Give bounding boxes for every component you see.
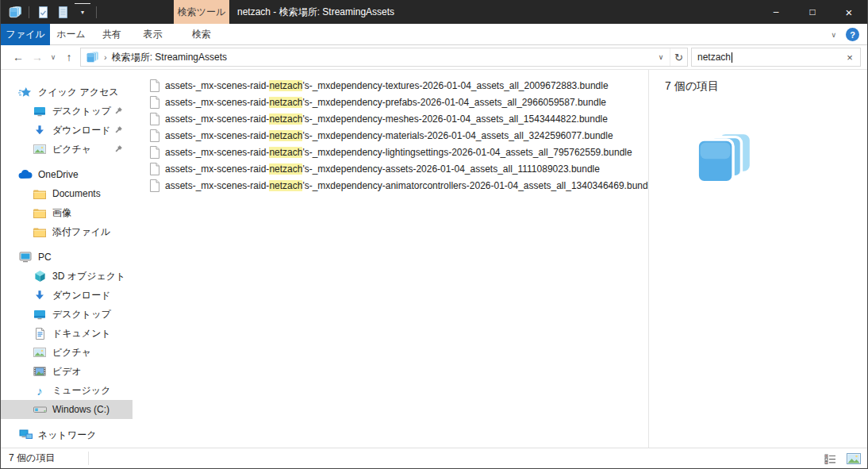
sidebar-item-drive[interactable]: Windows (C:)	[1, 400, 133, 419]
network-icon	[18, 429, 33, 440]
sidebar-item-label: ビデオ	[52, 365, 82, 379]
sidebar-item-quick-access[interactable]: クイック アクセス	[1, 83, 133, 102]
address-dropdown-icon[interactable]: ∨	[652, 48, 670, 66]
search-match-highlight: netzach	[269, 130, 302, 141]
sidebar-item-label: ピクチャ	[52, 143, 91, 156]
sidebar-item-folder[interactable]: 添付ファイル	[1, 222, 133, 241]
sidebar-item-music[interactable]: ♪ミュージック	[1, 381, 133, 400]
help-icon[interactable]: ?	[846, 28, 859, 41]
minimize-button[interactable]: –	[758, 0, 794, 24]
search-match-highlight: netzach	[269, 113, 302, 125]
tab-search[interactable]: 検索	[174, 24, 229, 45]
documents-icon	[33, 328, 47, 340]
tab-view[interactable]: 表示	[132, 24, 174, 45]
file-row[interactable]: assets-_mx-scenes-raid-netzach's-_mxdepe…	[149, 77, 648, 94]
sidebar-item-label: ドキュメント	[52, 327, 111, 340]
search-match-highlight: netzach	[269, 163, 302, 175]
pin-icon	[114, 144, 123, 156]
search-input[interactable]: netzach ×	[691, 48, 861, 67]
thumbnail-view-icon[interactable]	[845, 450, 862, 467]
file-name-suffix: 's-_mxdependency-lightingsettings-2026-0…	[302, 147, 632, 158]
sidebar-item-label: PC	[38, 252, 52, 263]
file-row[interactable]: assets-_mx-scenes-raid-netzach's-_mxdepe…	[149, 177, 648, 194]
details-item-count: 7 個の項目	[665, 79, 867, 94]
file-name-prefix: assets-_mx-scenes-raid-	[165, 97, 269, 108]
sidebar-item-label: Documents	[52, 188, 101, 199]
back-icon[interactable]: ←	[9, 48, 28, 67]
sidebar-item-folder[interactable]: Documents	[1, 184, 133, 203]
tab-share[interactable]: 共有	[92, 24, 132, 45]
file-name-prefix: assets-_mx-scenes-raid-	[165, 147, 269, 158]
sidebar-item-downloads[interactable]: ダウンロード	[1, 121, 133, 140]
sidebar-item-folder[interactable]: 画像	[1, 203, 133, 222]
refresh-icon[interactable]: ↻	[670, 48, 687, 66]
sidebar-item-pc[interactable]: PC	[1, 248, 133, 267]
file-name-prefix: assets-_mx-scenes-raid-	[165, 130, 269, 141]
file-icon	[149, 163, 159, 175]
tab-home[interactable]: ホーム	[50, 24, 92, 45]
pc-icon	[18, 252, 33, 263]
breadcrumb[interactable]: 検索場所: StreamingAssets	[112, 51, 227, 64]
clear-search-icon[interactable]: ×	[843, 48, 856, 66]
sidebar-item-label: OneDrive	[38, 169, 79, 180]
ribbon-collapse-icon[interactable]: ∨	[831, 31, 836, 39]
breadcrumb-chevron-icon[interactable]: ›	[104, 52, 107, 62]
new-folder-button[interactable]	[55, 3, 71, 21]
sidebar-item-objects-3d[interactable]: 3D オブジェクト	[1, 267, 133, 286]
file-row[interactable]: assets-_mx-scenes-raid-netzach's-_mxdepe…	[149, 94, 648, 110]
file-icon	[149, 79, 159, 92]
sidebar-item-downloads[interactable]: ダウンロード	[1, 286, 133, 305]
tab-file[interactable]: ファイル	[1, 24, 50, 45]
sidebar-item-label: デスクトップ	[52, 308, 111, 321]
customize-toolbar-dropdown[interactable]: ▾	[75, 3, 90, 21]
sidebar-item-videos[interactable]: ビデオ	[1, 362, 133, 381]
sidebar: クイック アクセスデスクトップダウンロードピクチャOneDriveDocumen…	[1, 70, 133, 448]
file-name-prefix: assets-_mx-scenes-raid-	[165, 80, 269, 91]
properties-button[interactable]	[35, 3, 51, 21]
file-row[interactable]: assets-_mx-scenes-raid-netzach's-_mxdepe…	[149, 127, 648, 144]
sidebar-item-pictures[interactable]: ピクチャ	[1, 140, 133, 159]
file-name-suffix: 's-_mxdependency-prefabs-2026-01-04_asse…	[302, 97, 606, 108]
sidebar-item-label: クイック アクセス	[38, 86, 119, 99]
maximize-button[interactable]: □	[794, 0, 831, 24]
file-icon	[149, 129, 159, 142]
pin-icon	[114, 106, 123, 117]
search-results-large-icon	[693, 130, 754, 190]
sidebar-item-label: デスクトップ	[52, 105, 111, 118]
sidebar-item-onedrive[interactable]: OneDrive	[1, 165, 133, 184]
sidebar-item-pictures[interactable]: ピクチャ	[1, 343, 133, 362]
desktop-icon	[33, 309, 47, 320]
file-list: assets-_mx-scenes-raid-netzach's-_mxdepe…	[133, 70, 648, 448]
file-name-prefix: assets-_mx-scenes-raid-	[165, 113, 269, 125]
up-icon[interactable]: ↑	[60, 48, 79, 67]
search-match-highlight: netzach	[269, 147, 302, 158]
sidebar-item-label: ピクチャ	[52, 346, 91, 359]
sidebar-item-label: 画像	[52, 206, 71, 220]
file-name-suffix: 's-_mxdependency-materials-2026-01-04_as…	[302, 130, 613, 141]
file-row[interactable]: assets-_mx-scenes-raid-netzach's-_mxdepe…	[149, 110, 648, 127]
location-icon	[86, 51, 99, 64]
file-row[interactable]: assets-_mx-scenes-raid-netzach's-_mxdepe…	[149, 144, 648, 160]
sidebar-item-documents[interactable]: ドキュメント	[1, 324, 133, 343]
file-row[interactable]: assets-_mx-scenes-raid-netzach's-_mxdepe…	[149, 160, 648, 177]
details-view-icon[interactable]	[821, 450, 839, 467]
status-separator	[88, 452, 89, 465]
address-bar[interactable]: › 検索場所: StreamingAssets ∨ ↻	[80, 48, 688, 67]
file-name-suffix: 's-_mxdependency-textures-2026-01-04_ass…	[302, 80, 608, 91]
view-toggle-group	[821, 448, 862, 469]
sidebar-item-desktop[interactable]: デスクトップ	[1, 102, 133, 121]
close-button[interactable]: ×	[831, 0, 867, 24]
sidebar-item-desktop[interactable]: デスクトップ	[1, 305, 133, 324]
pictures-icon	[33, 144, 47, 154]
sidebar-item-label: ダウンロード	[52, 124, 110, 137]
sidebar-item-network[interactable]: ネットワーク	[1, 425, 133, 444]
file-name-prefix: assets-_mx-scenes-raid-	[165, 180, 269, 191]
window-title: netzach - 検索場所: StreamingAssets	[237, 0, 394, 24]
recent-locations-icon[interactable]: ∨	[47, 48, 60, 67]
forward-icon[interactable]: →	[28, 48, 47, 67]
sidebar-item-label: ミュージック	[52, 384, 110, 398]
title-bar: ▾ 検索ツール netzach - 検索場所: StreamingAssets …	[1, 0, 867, 24]
file-icon	[149, 146, 159, 159]
pin-icon	[114, 125, 123, 136]
downloads-icon	[33, 290, 47, 301]
